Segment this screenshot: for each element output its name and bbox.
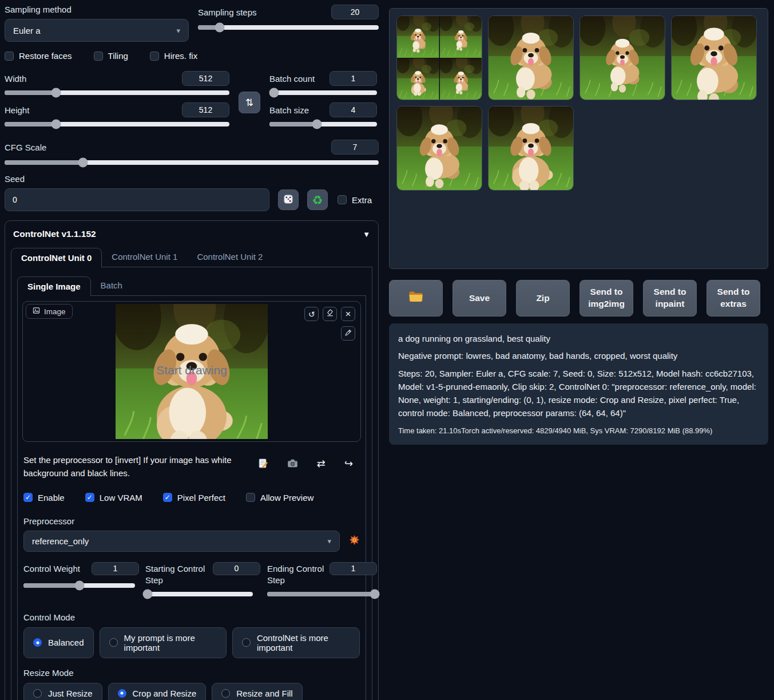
checkbox-pixel-perfect[interactable]: ✓Pixel Perfect bbox=[163, 493, 225, 503]
seed-input[interactable]: 0 bbox=[5, 188, 269, 211]
swap-dimensions-button[interactable]: ⇅ bbox=[239, 92, 260, 113]
radio-controlnet-is-more-important[interactable]: ControlNet is more important bbox=[232, 627, 360, 658]
width-input[interactable]: 512 bbox=[182, 71, 229, 86]
controlnet-input-tab-single-image[interactable]: Single Image bbox=[17, 276, 91, 296]
checkbox-box[interactable]: ✓ bbox=[23, 493, 33, 502]
sampling-steps-input[interactable]: 20 bbox=[331, 5, 379, 19]
checkbox-box[interactable]: ✓ bbox=[150, 52, 159, 61]
gallery-thumbnail-grid[interactable] bbox=[396, 15, 482, 100]
checkbox-box[interactable]: ✓ bbox=[163, 493, 172, 502]
checkbox-tiling[interactable]: ✓Tiling bbox=[94, 51, 128, 61]
radio-dot[interactable] bbox=[242, 638, 251, 647]
sketch-button[interactable] bbox=[341, 326, 355, 341]
checkbox-box[interactable]: ✓ bbox=[94, 52, 103, 61]
starting-step-slider[interactable] bbox=[145, 592, 253, 596]
controlnet-unit-tab-controlnet-unit-2[interactable]: ControlNet Unit 2 bbox=[187, 247, 272, 267]
checkbox-extra[interactable]: ✓Extra bbox=[338, 195, 372, 205]
checkbox-enable[interactable]: ✓Enable bbox=[23, 493, 65, 503]
radio-dot[interactable] bbox=[109, 638, 118, 647]
checkbox-box[interactable]: ✓ bbox=[85, 493, 94, 502]
explosion-icon run-preprocessor-button[interactable] bbox=[349, 535, 360, 547]
eraser-button[interactable] bbox=[323, 307, 337, 321]
batch-count-input[interactable]: 1 bbox=[330, 71, 377, 86]
starting-step-input[interactable]: 0 bbox=[213, 562, 260, 575]
ending-step-label: Ending Control Step bbox=[267, 562, 325, 587]
random-seed-button[interactable] bbox=[278, 189, 299, 210]
reuse-seed-button[interactable]: ♻ bbox=[307, 189, 328, 210]
checkbox-allow-preview[interactable]: ✓Allow Preview bbox=[246, 493, 313, 503]
clear-image-button[interactable]: × bbox=[341, 307, 355, 321]
control-weight-input[interactable]: 1 bbox=[92, 562, 139, 575]
gallery-thumbnail-5[interactable] bbox=[396, 106, 482, 191]
width-slider[interactable] bbox=[5, 90, 229, 95]
dropdown-caret-icon: ▾ bbox=[176, 26, 180, 35]
undo-button[interactable]: ↺ bbox=[304, 307, 319, 321]
controlnet-options-row: ✓Enable✓Low VRAM✓Pixel Perfect✓Allow Pre… bbox=[22, 493, 361, 503]
radio-my-prompt-is-more-important[interactable]: My prompt is more important bbox=[100, 627, 227, 658]
webcam-button camera-icon[interactable] bbox=[287, 458, 298, 468]
generated-image[interactable] bbox=[397, 16, 439, 58]
radio-label: Crop and Resize bbox=[133, 689, 197, 698]
generated-image[interactable] bbox=[440, 58, 482, 100]
control-weight-label: Control Weight bbox=[23, 562, 87, 575]
radio-resize-and-fill[interactable]: Resize and Fill bbox=[212, 683, 302, 700]
preprocessor-dropdown[interactable]: reference_only ▾ bbox=[23, 531, 340, 552]
batch-size-input[interactable]: 4 bbox=[330, 102, 377, 117]
controlnet-unit-tab-controlnet-unit-1[interactable]: ControlNet Unit 1 bbox=[102, 247, 187, 267]
sampling-steps-slider[interactable] bbox=[198, 25, 379, 30]
starting-step-label: Starting Control Step bbox=[145, 562, 208, 587]
output-panel: SaveZipSend to img2imgSend to inpaintSen… bbox=[389, 5, 768, 700]
dice-icon bbox=[283, 194, 293, 206]
radio-dot[interactable] bbox=[33, 638, 42, 647]
controlnet-unit-tab-controlnet-unit-0[interactable]: ControlNet Unit 0 bbox=[11, 248, 102, 267]
sampling-method-dropdown[interactable]: Euler a ▾ bbox=[5, 19, 189, 42]
radio-label: Just Resize bbox=[48, 689, 93, 698]
controlnet-image-droparea[interactable]: Image Start drawing bbox=[22, 301, 361, 442]
controlnet-panel: ControlNet v1.1.152 ▼ ControlNet Unit 0C… bbox=[5, 220, 379, 700]
batch-count-slider[interactable] bbox=[269, 90, 377, 95]
send-dimensions-icon[interactable]: ↪ bbox=[344, 458, 353, 469]
radio-dot[interactable] bbox=[221, 689, 230, 698]
gallery-thumbnail-3[interactable] bbox=[579, 15, 665, 100]
controlnet-input-tab-batch[interactable]: Batch bbox=[91, 276, 132, 295]
ending-step-input[interactable]: 1 bbox=[330, 562, 377, 575]
mirror-webcam-icon[interactable]: ⇄ bbox=[317, 458, 326, 469]
radio-just-resize[interactable]: Just Resize bbox=[23, 683, 102, 700]
generated-image[interactable] bbox=[397, 58, 439, 100]
swap-dimensions-icon: ⇅ bbox=[245, 97, 253, 109]
gallery-thumbnail-6[interactable] bbox=[488, 106, 574, 191]
radio-crop-and-resize[interactable]: Crop and Resize bbox=[108, 683, 207, 700]
checkbox-restore-faces[interactable]: ✓Restore faces bbox=[5, 51, 72, 61]
open-folder-button[interactable] bbox=[389, 280, 443, 317]
seed-field: Seed 0 ♻ ✓Extra bbox=[5, 174, 379, 211]
new-canvas-button memo-icon[interactable] bbox=[257, 458, 268, 469]
send-to-inpaint-button[interactable]: Send to inpaint bbox=[643, 280, 697, 317]
radio-balanced[interactable]: Balanced bbox=[23, 627, 94, 658]
cfg-scale-input[interactable]: 7 bbox=[331, 140, 379, 155]
sampling-steps-label: Sampling steps bbox=[198, 7, 257, 17]
save-button[interactable]: Save bbox=[453, 280, 506, 317]
control-weight-field: Control Weight 1 bbox=[23, 562, 139, 596]
radio-dot[interactable] bbox=[33, 689, 42, 698]
zip-button[interactable]: Zip bbox=[516, 280, 570, 317]
checkbox-hires-fix[interactable]: ✓Hires. fix bbox=[150, 51, 197, 61]
control-weight-slider[interactable] bbox=[23, 583, 135, 588]
collapse-icon[interactable]: ▼ bbox=[363, 230, 370, 239]
checkbox-box[interactable]: ✓ bbox=[338, 195, 347, 204]
send-to-img2img-button[interactable]: Send to img2img bbox=[579, 280, 633, 317]
checkbox-box[interactable]: ✓ bbox=[5, 52, 14, 61]
radio-dot[interactable] bbox=[118, 689, 126, 698]
send-to-extras-button[interactable]: Send to extras bbox=[706, 280, 760, 317]
generated-image[interactable] bbox=[440, 16, 482, 58]
gallery-thumbnail-2[interactable] bbox=[488, 15, 574, 100]
radio-label: Resize and Fill bbox=[236, 689, 292, 698]
undo-icon: ↺ bbox=[308, 310, 315, 319]
cfg-scale-slider[interactable] bbox=[5, 160, 379, 165]
ending-step-slider[interactable] bbox=[267, 592, 377, 596]
checkbox-low-vram[interactable]: ✓Low VRAM bbox=[85, 493, 142, 503]
checkbox-box[interactable]: ✓ bbox=[246, 493, 255, 502]
gallery-thumbnail-4[interactable] bbox=[671, 15, 757, 100]
batch-size-slider[interactable] bbox=[269, 122, 377, 126]
height-input[interactable]: 512 bbox=[182, 102, 229, 117]
height-slider[interactable] bbox=[5, 122, 229, 126]
